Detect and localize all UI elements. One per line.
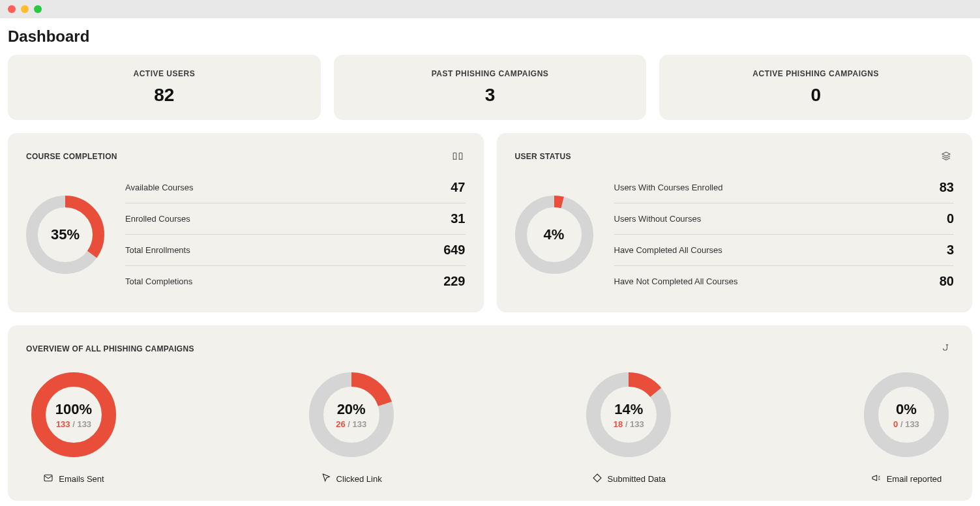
summary-row: ACTIVE USERS 82 PAST PHISHING CAMPAIGNS …: [8, 55, 972, 120]
megaphone-icon: [871, 473, 882, 485]
hook-icon: [938, 341, 954, 357]
stat-row: Have Completed All Courses 3: [614, 235, 955, 266]
phishing-metric-label: Submitted Data: [592, 473, 666, 485]
phishing-metric-label: Emails Sent: [43, 473, 104, 485]
stat-value: 80: [940, 274, 954, 289]
stat-row: Users Without Courses 0: [614, 203, 955, 235]
user-status-title: USER STATUS: [515, 152, 571, 161]
course-completion-stats: Available Courses 47 Enrolled Courses 31…: [125, 172, 466, 297]
stat-label: Total Enrollments: [125, 245, 190, 255]
user-status-card: USER STATUS 4% Users With Courses Enroll…: [497, 133, 973, 312]
user-status-donut: 4%: [515, 172, 593, 297]
svg-rect-6: [44, 475, 52, 481]
summary-card-1: PAST PHISHING CAMPAIGNS 3: [334, 55, 647, 120]
summary-value: 82: [8, 85, 321, 106]
stat-value: 3: [947, 243, 954, 258]
summary-label: ACTIVE PHISHING CAMPAIGNS: [659, 69, 972, 78]
stat-value: 31: [451, 211, 465, 226]
maximize-icon[interactable]: [34, 5, 42, 13]
stat-row: Enrolled Courses 31: [125, 203, 466, 235]
close-icon[interactable]: [8, 5, 16, 13]
stat-label: Users Without Courses: [614, 214, 702, 224]
mail-icon: [43, 473, 53, 485]
stat-label: Have Not Completed All Courses: [614, 276, 738, 286]
book-icon: [450, 149, 466, 164]
course-completion-donut: 35%: [26, 172, 104, 297]
phishing-metric: 100%133 / 133 Emails Sent: [31, 372, 116, 485]
summary-label: PAST PHISHING CAMPAIGNS: [334, 69, 647, 78]
phishing-overview-title: OVERVIEW OF ALL PHISHING CAMPAIGNS: [26, 344, 194, 353]
stat-label: Enrolled Courses: [125, 214, 190, 224]
course-completion-title: COURSE COMPLETION: [26, 152, 117, 161]
summary-card-0: ACTIVE USERS 82: [8, 55, 321, 120]
phishing-metric: 14%18 / 133 Submitted Data: [586, 372, 671, 485]
stat-row: Available Courses 47: [125, 172, 466, 203]
phishing-metrics-row: 100%133 / 133 Emails Sent 20%26 / 133 Cl…: [26, 372, 954, 485]
phishing-overview-card: OVERVIEW OF ALL PHISHING CAMPAIGNS 100%1…: [8, 325, 972, 501]
diamond-icon: [592, 473, 602, 485]
stat-row: Users With Courses Enrolled 83: [614, 172, 955, 203]
stat-label: Total Completions: [125, 276, 192, 286]
phishing-metric-label: Clicked Link: [321, 473, 382, 485]
stat-label: Have Completed All Courses: [614, 245, 722, 255]
phishing-metric: 20%26 / 133 Clicked Link: [309, 372, 394, 485]
phishing-metric: 0%0 / 133 Email reported: [864, 372, 949, 485]
stat-row: Total Completions 229: [125, 266, 466, 297]
stat-row: Total Enrollments 649: [125, 235, 466, 266]
stat-row: Have Not Completed All Courses 80: [614, 266, 955, 297]
stat-value: 47: [451, 180, 465, 195]
course-completion-card: COURSE COMPLETION 35% Available Courses …: [8, 133, 484, 312]
stat-value: 229: [443, 274, 465, 289]
summary-value: 0: [659, 85, 972, 106]
summary-value: 3: [334, 85, 647, 106]
phishing-metric-label: Email reported: [871, 473, 942, 485]
stat-value: 0: [947, 211, 954, 226]
cursor-icon: [321, 473, 331, 485]
summary-card-2: ACTIVE PHISHING CAMPAIGNS 0: [659, 55, 972, 120]
stat-label: Users With Courses Enrolled: [614, 183, 723, 192]
stat-label: Available Courses: [125, 183, 194, 192]
page-title: Dashboard: [0, 18, 980, 55]
box-user-icon: [938, 149, 954, 164]
stat-value: 649: [443, 243, 465, 258]
user-status-stats: Users With Courses Enrolled 83 Users Wit…: [614, 172, 955, 297]
summary-label: ACTIVE USERS: [8, 69, 321, 78]
stat-value: 83: [940, 180, 954, 195]
minimize-icon[interactable]: [21, 5, 29, 13]
window-titlebar: [0, 0, 980, 18]
